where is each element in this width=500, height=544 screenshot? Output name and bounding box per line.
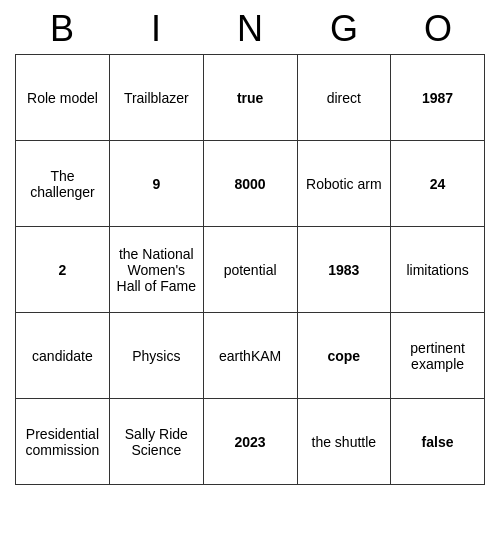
header-letter: I (113, 8, 199, 50)
table-row: 2the National Women's Hall of Famepotent… (16, 227, 485, 313)
table-row: Presidential commissionSally Ride Scienc… (16, 399, 485, 485)
bingo-cell: the National Women's Hall of Fame (109, 227, 203, 313)
bingo-cell: 2 (16, 227, 110, 313)
bingo-cell: candidate (16, 313, 110, 399)
header-letter: O (395, 8, 481, 50)
bingo-cell: 1987 (391, 55, 485, 141)
bingo-cell: limitations (391, 227, 485, 313)
bingo-cell: 9 (109, 141, 203, 227)
bingo-cell: direct (297, 55, 391, 141)
bingo-cell: potential (203, 227, 297, 313)
table-row: Role modelTrailblazertruedirect1987 (16, 55, 485, 141)
header-letter: G (301, 8, 387, 50)
bingo-cell: pertinent example (391, 313, 485, 399)
header-letter: B (19, 8, 105, 50)
bingo-cell: false (391, 399, 485, 485)
bingo-cell: 8000 (203, 141, 297, 227)
table-row: The challenger98000Robotic arm24 (16, 141, 485, 227)
bingo-cell: Role model (16, 55, 110, 141)
bingo-cell: Physics (109, 313, 203, 399)
bingo-cell: 1983 (297, 227, 391, 313)
bingo-cell: Robotic arm (297, 141, 391, 227)
bingo-cell: cope (297, 313, 391, 399)
bingo-grid: Role modelTrailblazertruedirect1987The c… (15, 54, 485, 485)
bingo-cell: the shuttle (297, 399, 391, 485)
bingo-cell: Sally Ride Science (109, 399, 203, 485)
header-letter: N (207, 8, 293, 50)
bingo-cell: The challenger (16, 141, 110, 227)
bingo-cell: earthKAM (203, 313, 297, 399)
bingo-cell: 2023 (203, 399, 297, 485)
bingo-cell: 24 (391, 141, 485, 227)
bingo-cell: Presidential commission (16, 399, 110, 485)
bingo-cell: Trailblazer (109, 55, 203, 141)
bingo-header: BINGO (15, 0, 485, 54)
bingo-cell: true (203, 55, 297, 141)
table-row: candidatePhysicsearthKAMcopepertinent ex… (16, 313, 485, 399)
